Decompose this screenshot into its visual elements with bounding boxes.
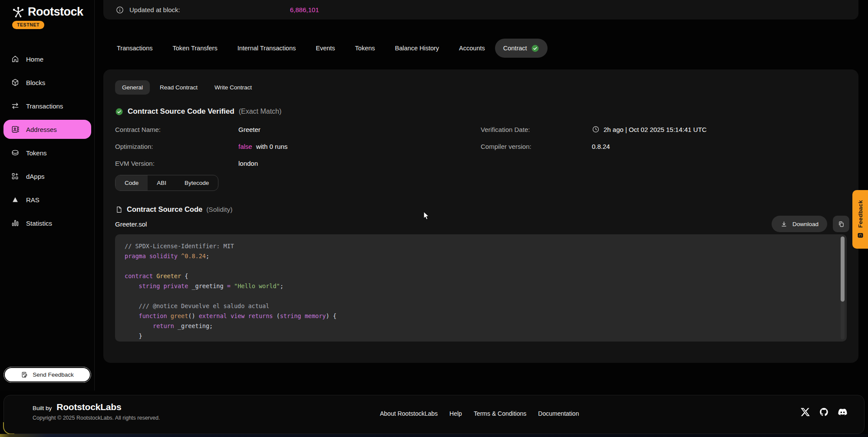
field-value-text: Greeter <box>238 126 261 133</box>
sidebar-item-dapps[interactable]: dApps <box>3 167 91 186</box>
page-footer: Built by RootstockLabs Copyright © 2025 … <box>3 395 865 434</box>
ras-icon <box>11 195 20 204</box>
send-feedback-button[interactable]: Send Feedback <box>3 367 91 383</box>
contract-card: GeneralRead ContractWrite Contract Contr… <box>103 69 858 363</box>
code-scrollbar-thumb[interactable] <box>841 237 845 302</box>
tab-tokens[interactable]: Tokens <box>345 39 385 58</box>
field-value-verification-date: 2h ago | Oct 02 2025 15:14:41 UTC <box>592 125 847 133</box>
tab-contract[interactable]: Contract <box>495 39 548 58</box>
footer-social <box>800 407 848 417</box>
sidebar-item-label: Blocks <box>26 79 45 86</box>
field-value-text: 0.8.24 <box>592 143 610 150</box>
code-line: string private _greeting = "Hello world"… <box>125 281 834 291</box>
contract-verified-check-icon <box>531 44 539 53</box>
copy-icon <box>838 220 845 228</box>
sidebar-nav: HomeBlocksTransactionsAddressesTokensdAp… <box>3 49 91 237</box>
sidebar-item-label: dApps <box>26 173 45 180</box>
feedback-tab-label: Feedback <box>857 200 864 228</box>
code-line <box>125 261 834 271</box>
tab-events[interactable]: Events <box>306 39 345 58</box>
home-icon <box>11 55 20 63</box>
tab-label: Token Transfers <box>172 45 217 52</box>
sidebar: Rootstock TESTNET HomeBlocksTransactions… <box>0 0 95 391</box>
testnet-badge: TESTNET <box>12 21 44 29</box>
download-label: Download <box>792 221 818 227</box>
sidebar-item-statistics[interactable]: Statistics <box>3 214 91 233</box>
code-line: pragma solidity ^0.8.24; <box>125 251 834 261</box>
tab-label: Internal Transactions <box>238 45 296 52</box>
contract-subtabs: GeneralRead ContractWrite Contract <box>115 80 847 95</box>
footer-accent-arc <box>3 422 14 434</box>
github-icon[interactable] <box>819 407 829 417</box>
send-feedback-label: Send Feedback <box>33 371 74 378</box>
field-value-evm-version: london <box>238 160 481 167</box>
sidebar-item-label: Statistics <box>26 220 52 227</box>
addresses-icon <box>11 125 20 134</box>
source-code-block: // SPDX-License-Identifier: MITpragma so… <box>115 234 847 342</box>
field-value-contract-name: Greeter <box>238 126 481 133</box>
field-label-evm-version: EVM Version: <box>115 160 238 167</box>
feedback-side-tab[interactable]: Feedback <box>852 190 868 249</box>
tab-accounts[interactable]: Accounts <box>449 39 495 58</box>
sidebar-item-label: RAS <box>26 196 40 204</box>
field-label-optimization: Optimization: <box>115 143 238 150</box>
source-lang: (Solidity) <box>206 206 232 214</box>
sidebar-item-addresses[interactable]: Addresses <box>3 120 91 139</box>
source-code: // SPDX-License-Identifier: MITpragma so… <box>125 241 834 341</box>
tab-transactions[interactable]: Transactions <box>107 39 162 58</box>
field-value-text: 2h ago | Oct 02 2025 15:14:41 UTC <box>604 126 706 133</box>
code-tab-bytecode[interactable]: Bytecode <box>175 175 218 191</box>
field-label-verification-date: Verification Date: <box>481 126 592 133</box>
code-line: function greet() external view returns (… <box>125 311 834 321</box>
field-value-text: with 0 runs <box>256 143 288 150</box>
code-line: // SPDX-License-Identifier: MIT <box>125 241 834 251</box>
field-value-compiler-version: 0.8.24 <box>592 143 847 150</box>
updated-block-bar: Updated at block: 6,886,101 <box>103 0 858 20</box>
tab-label: Contract <box>503 45 527 52</box>
code-line: } <box>125 331 834 341</box>
sidebar-item-transactions[interactable]: Transactions <box>3 96 91 115</box>
tab-balance-history[interactable]: Balance History <box>385 39 449 58</box>
footer-link-documentation[interactable]: Documentation <box>538 410 579 417</box>
tab-label: Balance History <box>395 45 439 52</box>
copy-code-button[interactable] <box>833 216 849 232</box>
sidebar-item-blocks[interactable]: Blocks <box>3 73 91 92</box>
field-label-contract-name: Contract Name: <box>115 126 238 133</box>
tab-internal-transactions[interactable]: Internal Transactions <box>228 39 306 58</box>
updated-block-value[interactable]: 6,886,101 <box>290 6 319 13</box>
verified-check-icon <box>115 108 123 116</box>
tab-token-transfers[interactable]: Token Transfers <box>162 39 227 58</box>
field-value-text: london <box>238 160 258 167</box>
code-tab-abi[interactable]: ABI <box>148 175 175 191</box>
footer-link-terms-conditions[interactable]: Terms & Conditions <box>474 410 526 417</box>
sidebar-item-label: Transactions <box>26 102 63 110</box>
sidebar-item-label: Home <box>26 56 43 63</box>
discord-icon[interactable] <box>838 407 848 417</box>
sidebar-item-home[interactable]: Home <box>3 49 91 69</box>
source-file-name: Greeter.sol <box>115 220 847 228</box>
rootstocklabs-wordmark[interactable]: RootstockLabs <box>56 402 121 412</box>
source-actions: Download <box>772 216 849 232</box>
brand-name: Rootstock <box>28 5 83 19</box>
transactions-icon <box>11 102 20 110</box>
sidebar-item-tokens[interactable]: Tokens <box>3 143 91 162</box>
code-line: contract Greeter { <box>125 271 834 281</box>
page-tabs: TransactionsToken TransfersInternal Tran… <box>107 38 548 58</box>
footer-link-about-rootstocklabs[interactable]: About RootstockLabs <box>380 410 438 417</box>
verified-note: (Exact Match) <box>239 108 282 115</box>
blocks-icon <box>11 78 20 87</box>
info-icon[interactable] <box>116 6 124 14</box>
brand: Rootstock TESTNET <box>12 5 83 29</box>
footer-link-help[interactable]: Help <box>449 410 462 417</box>
subtab-write-contract[interactable]: Write Contract <box>208 80 259 95</box>
code-tab-code[interactable]: Code <box>116 175 148 191</box>
code-line: /// @notice Devuelve el saludo actual <box>125 301 834 311</box>
download-button[interactable]: Download <box>772 216 827 232</box>
tab-label: Tokens <box>355 45 375 52</box>
source-title-row: Contract Source Code (Solidity) <box>115 205 847 214</box>
subtab-read-contract[interactable]: Read Contract <box>153 80 205 95</box>
x-icon[interactable] <box>800 407 810 417</box>
verified-title: Contract Source Code Verified <box>128 107 234 116</box>
sidebar-item-ras[interactable]: RAS <box>3 190 91 209</box>
subtab-general[interactable]: General <box>115 80 150 95</box>
